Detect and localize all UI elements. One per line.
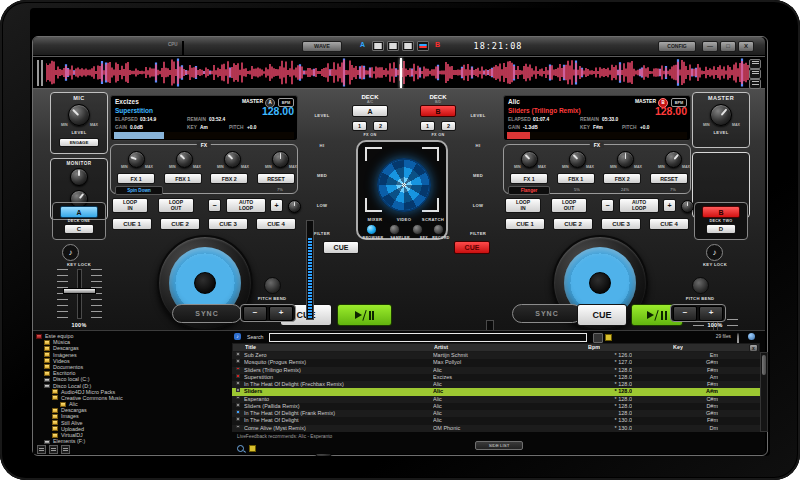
playlist-row[interactable]: Sliders (Pallida Remix) Alic * 128.0 D#m [232,403,760,410]
loop-out-button[interactable]: LOOPOUT [551,198,587,213]
config-button[interactable]: CONFIG [658,41,696,52]
cue-point-button[interactable]: CUE 1 [505,218,545,230]
playlist-scrollbar[interactable] [760,352,768,432]
fx-button[interactable]: FX 1 [117,173,155,184]
fx-knob-4[interactable]: MINMAX [272,151,289,168]
scrollbar-thumb[interactable] [762,355,766,375]
tree-item[interactable]: Elements (F:) [33,438,233,444]
channel-b-monitor-cue[interactable]: CUE [454,241,490,254]
loop-double-button[interactable]: + [270,199,283,212]
deck-b-effect-label[interactable]: Flanger [508,186,550,195]
sampler-view-button[interactable] [389,224,400,235]
column-bpm[interactable]: Bpm [588,344,600,351]
playlist-row[interactable]: In The Heat Of Delight Alic * 130.0 F#m [232,417,760,424]
deck-a-effect-label[interactable]: Spin Down [115,186,163,195]
record-view-button[interactable] [433,224,444,235]
wave-layout-button-3[interactable] [402,41,414,51]
key-lock-icon[interactable]: ♪ [62,244,79,261]
cue-point-button[interactable]: CUE 1 [112,218,152,230]
playlist-row[interactable]: Superstition Excizes * 128.0 Am [232,374,760,381]
globe-icon[interactable] [748,333,755,340]
fx-button[interactable]: FBX 1 [164,173,202,184]
master-level-knob[interactable]: MINMAX [710,104,732,126]
channel-a-monitor-cue[interactable]: CUE [323,241,359,254]
fx-knob-3[interactable]: MINMAX [617,151,634,168]
list-view-icon[interactable] [37,445,46,454]
close-browser-icon[interactable]: x [749,344,758,352]
deck-b-active-button[interactable]: B [420,105,456,117]
deck-a-fx2-assign[interactable]: 2 [373,121,388,131]
auto-loop-button[interactable]: AUTOLOOP [619,198,659,213]
wave-layout-button-ab[interactable] [417,41,429,51]
wave-zoom-button-3[interactable] [749,79,761,89]
deck-b-sync-button[interactable]: SYNC [512,304,582,323]
wave-zoom-button-2[interactable] [749,69,761,79]
efx-view-button[interactable] [412,224,423,235]
search-input[interactable] [269,333,587,342]
loop-half-button[interactable]: − [208,199,221,212]
deck-b-cue-button[interactable]: CUE [577,304,627,326]
deck-b-fx2-assign[interactable]: 2 [441,121,456,131]
fx-knob-1[interactable]: MINMAX [521,151,538,168]
pitch-bend-minus-button[interactable]: − [243,306,267,321]
pitch-bend-minus-button[interactable]: − [673,306,697,321]
search-tool-icon[interactable] [237,445,244,452]
auto-loop-button[interactable]: AUTOLOOP [226,198,266,213]
loop-in-button[interactable]: LOOPIN [505,198,541,213]
fx-knob-4[interactable]: MINMAX [665,151,682,168]
playlist-row[interactable]: In The Heat Of Delight (Frank Remix) Ali… [232,410,760,417]
cue-point-button[interactable]: CUE 3 [601,218,641,230]
monitor-cue-knob[interactable] [70,168,88,186]
side-list-button[interactable]: SIDE LIST [475,441,523,450]
pitch-bend-plus-button[interactable]: + [699,306,723,321]
playlist-row[interactable]: Mosquito (Progus Remix) Max Pollyol * 12… [232,359,760,366]
deck-b-select-button[interactable]: B [702,206,740,218]
deck-a-song-position[interactable] [114,132,294,139]
pitch-bend-plus-button[interactable]: + [269,306,293,321]
fx-knob-1[interactable]: MINMAX [128,151,145,168]
playlist-row[interactable]: Sliders (Trilingo Remix) Alic * 128.0 F#… [232,367,760,374]
fx-button[interactable]: FX 1 [510,173,548,184]
wave-layout-button-2[interactable] [387,41,399,51]
deck-c-select-button[interactable]: C [64,224,94,234]
fx-knob-3[interactable]: MINMAX [224,151,241,168]
deck-a-fx1-assign[interactable]: 1 [352,121,367,131]
loop-in-button[interactable]: LOOPIN [112,198,148,213]
deck-b-song-position[interactable] [507,132,687,139]
wave-view-button[interactable]: WAVE [302,41,342,52]
fx-button[interactable]: FBX 2 [210,173,248,184]
wave-zoom-button-1[interactable] [749,59,761,69]
loop-length-knob[interactable] [681,200,694,213]
playlist-row[interactable]: Sub Zero Martijn Schmit * 126.0 Em [232,352,760,359]
fx-button[interactable]: FBX 2 [603,173,641,184]
cue-point-button[interactable]: CUE 3 [208,218,248,230]
deck-a-play-pause-button[interactable] [337,304,392,326]
deck-b-fx1-assign[interactable]: 1 [420,121,435,131]
mic-engage-button[interactable]: ENGAGE [59,138,99,147]
search-user-icon[interactable] [593,333,603,343]
key-lock-icon-right[interactable]: ♪ [706,244,723,261]
deck-a-select-button[interactable]: A [60,206,98,218]
deck-a-active-button[interactable]: A [352,105,388,117]
browser-view-button[interactable] [366,224,377,235]
device-icon[interactable] [61,445,70,454]
close-button[interactable]: X [738,41,754,52]
pitch-slider-left[interactable] [57,269,102,319]
fx-knob-2[interactable]: MINMAX [176,151,193,168]
wave-layout-button-1[interactable] [372,41,384,51]
loop-length-knob[interactable] [288,200,301,213]
loop-out-button[interactable]: LOOPOUT [158,198,194,213]
deck-d-select-button[interactable]: D [706,224,736,234]
playlist-row[interactable]: Sliders Alic * 128.0 A#m [232,388,760,395]
fx-button[interactable]: FBX 1 [557,173,595,184]
column-key[interactable]: Key [673,344,683,351]
loop-double-button[interactable]: + [663,199,676,212]
waveform-rhythm-strip[interactable] [33,56,765,89]
playlist-row[interactable]: In The Heat Of Delight (Frechbax Remix) … [232,381,760,388]
cue-point-button[interactable]: CUE 2 [553,218,593,230]
cue-point-button[interactable]: CUE 2 [160,218,200,230]
lock-icon[interactable] [49,445,58,454]
fx-knob-2[interactable]: MINMAX [569,151,586,168]
maximize-button[interactable]: □ [720,41,736,52]
fx-button[interactable]: RESET [650,173,688,184]
